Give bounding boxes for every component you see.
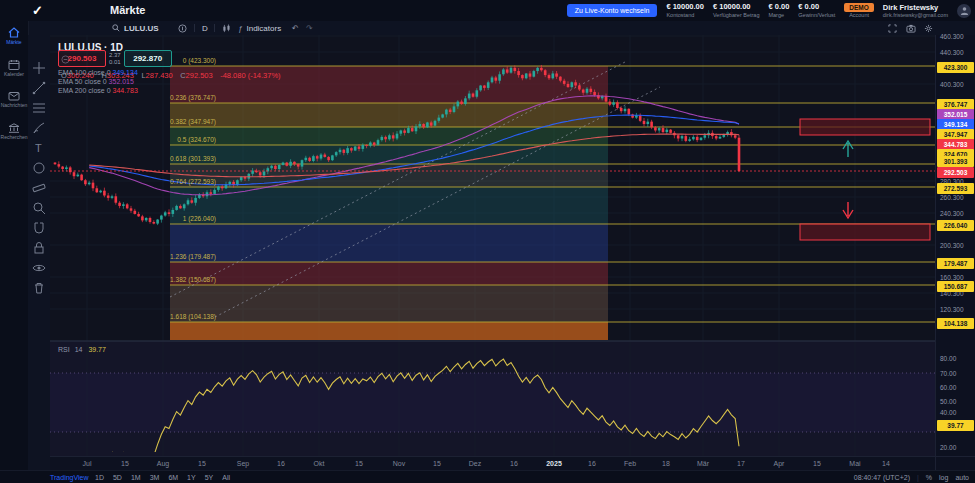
stat-available-label: Verfügbarer Betrag	[713, 12, 759, 18]
axis-tick: 260.300	[940, 194, 964, 202]
user-email: dirk.fristewsky@gmail.com	[883, 12, 948, 19]
price-zone-box[interactable]	[800, 119, 930, 135]
time-axis-label: 14	[873, 460, 899, 467]
axis-tick: 400.300	[940, 81, 964, 89]
range-button-5y[interactable]: 5Y	[205, 474, 214, 481]
gear-icon[interactable]	[924, 24, 933, 33]
trend-line-tool-icon[interactable]	[32, 81, 46, 95]
time-axis-label: Aug	[150, 460, 176, 467]
hide-drawings-eye-icon[interactable]	[32, 261, 46, 275]
auto-scale-button[interactable]: auto	[955, 474, 969, 481]
axis-tick: 70.00	[940, 370, 956, 378]
user-name: Dirk Fristewsky	[883, 3, 938, 12]
range-button-5d[interactable]: 5D	[113, 474, 122, 481]
time-axis-label: Mai	[842, 460, 868, 467]
axis-price-badge: 272.593	[937, 183, 974, 194]
price-pane	[50, 62, 935, 340]
range-button-all[interactable]: All	[222, 474, 230, 481]
shapes-tool-icon[interactable]	[32, 161, 46, 175]
symbol-search-button[interactable]: LULU.US	[112, 21, 159, 35]
sidebar-item-label: Recherchen	[1, 134, 28, 140]
fullscreen-icon[interactable]	[888, 24, 897, 33]
axis-tick: 80.00	[940, 355, 956, 363]
tradingview-attribution[interactable]: TradingView	[50, 474, 89, 481]
trash-tool-icon[interactable]	[32, 281, 46, 295]
time-axis-label: 17	[728, 460, 754, 467]
drawing-tools-rail: T	[28, 35, 51, 470]
range-button-1y[interactable]: 1Y	[187, 474, 196, 481]
indicators-button[interactable]: ƒ Indicators	[238, 21, 281, 35]
sidebar-item-label: Märkte	[6, 39, 21, 45]
stat-margin-label: Marge	[768, 12, 784, 18]
brand-logo-icon: ✓	[32, 3, 43, 18]
time-axis[interactable]: Jul15Aug15Sep16Okt15Nov15Dez16202516Feb1…	[50, 456, 935, 471]
crosshair-tool-icon[interactable]	[32, 61, 46, 75]
chart-canvas[interactable]: LULU.US · 1D O300.240 H303.243 L287.430 …	[50, 35, 935, 456]
indicators-label: Indicators	[246, 24, 281, 33]
stat-margin-value: € 0.00	[768, 3, 789, 11]
stat-balance-value: € 10000.00	[666, 3, 704, 11]
stat-available-value: € 10000.00	[713, 3, 751, 11]
measure-tool-icon[interactable]	[32, 181, 46, 195]
time-axis-label: 15	[346, 460, 372, 467]
sidebar-item-maerkte[interactable]: Märkte	[0, 27, 28, 45]
undo-button[interactable]: ↶	[292, 21, 299, 35]
time-axis-label: 15	[424, 460, 450, 467]
price-zone-box[interactable]	[800, 224, 930, 240]
sidebar-item-kalender[interactable]: Kalender	[0, 59, 28, 77]
axis-tick: 40.00	[940, 409, 956, 417]
page-title: Märkte	[110, 4, 145, 16]
text-tool-icon[interactable]: T	[32, 141, 46, 155]
lock-tool-icon[interactable]	[32, 241, 46, 255]
interval-button[interactable]: D	[202, 21, 208, 35]
info-circle-icon[interactable]	[178, 24, 187, 33]
fib-retracement-tool-icon[interactable]	[32, 101, 46, 115]
sell-button[interactable]: 290.503	[58, 50, 106, 67]
log-scale-button[interactable]: log	[939, 474, 948, 481]
time-axis-label: 15	[804, 460, 830, 467]
buy-button[interactable]: 292.870	[124, 50, 172, 67]
stat-pnl-value: € 0.00	[798, 3, 819, 11]
time-axis-label: Nov	[386, 460, 412, 467]
clock[interactable]: 08:40:47 (UTC+2)	[854, 474, 910, 481]
stat-pnl: € 0.00 Gewinn/Verlust	[798, 3, 835, 17]
axis-price-badge: 226.040	[937, 220, 974, 231]
redo-button[interactable]: ↷	[306, 21, 313, 35]
switch-to-live-button[interactable]: Zu Live-Konto wechseln	[567, 4, 658, 17]
account-summary: Zu Live-Konto wechseln € 10000.00 Kontos…	[567, 0, 971, 21]
candle-style-icon[interactable]	[222, 24, 231, 33]
stat-balance: € 10000.00 Kontostand	[666, 3, 704, 17]
axis-price-badge: 150.687	[937, 281, 974, 292]
avatar[interactable]	[957, 4, 971, 18]
spread-info: 2.37 0.01	[109, 52, 121, 65]
percent-scale-button[interactable]: %	[926, 474, 932, 481]
sidebar-item-nachrichten[interactable]: Nachrichten	[0, 91, 28, 108]
axis-tick: 120.300	[940, 306, 964, 314]
search-icon	[112, 24, 120, 32]
brush-tool-icon[interactable]	[32, 121, 46, 135]
axis-price-badge: 179.487	[937, 258, 974, 269]
camera-icon[interactable]	[906, 24, 916, 33]
calendar-icon	[8, 59, 20, 70]
user-info: Dirk Fristewsky dirk.fristewsky@gmail.co…	[883, 3, 948, 19]
range-button-1m[interactable]: 1M	[131, 474, 141, 481]
time-axis-label: Mär	[690, 460, 716, 467]
sidebar-item-recherchen[interactable]: Recherchen	[0, 123, 28, 140]
range-buttons: 1D5D1M3M6M1Y5YAll	[95, 474, 230, 481]
time-axis-label: Sep	[230, 460, 256, 467]
axis-tick: 440.300	[940, 49, 964, 57]
axis-price-badge: 376.747	[937, 99, 974, 110]
chart-toolbar: LULU.US D ƒ Indicators ↶ ↷	[0, 21, 975, 36]
magnet-tool-icon[interactable]	[32, 221, 46, 235]
chart-svg	[50, 35, 935, 456]
axis-tick: 50.00	[940, 398, 956, 406]
range-button-1d[interactable]: 1D	[95, 474, 104, 481]
axis-price-badge: 104.138	[937, 318, 974, 329]
axis-price-badge: 423.300	[937, 62, 974, 73]
price-axis[interactable]: 460.300440.300400.300280.300260.300240.3…	[935, 35, 975, 456]
range-button-3m[interactable]: 3M	[150, 474, 160, 481]
range-button-6m[interactable]: 6M	[168, 474, 178, 481]
axis-price-badge: 292.503	[937, 167, 974, 178]
left-nav-rail: Märkte Kalender Nachrichten Recherchen	[0, 21, 29, 483]
zoom-tool-icon[interactable]	[32, 201, 46, 215]
